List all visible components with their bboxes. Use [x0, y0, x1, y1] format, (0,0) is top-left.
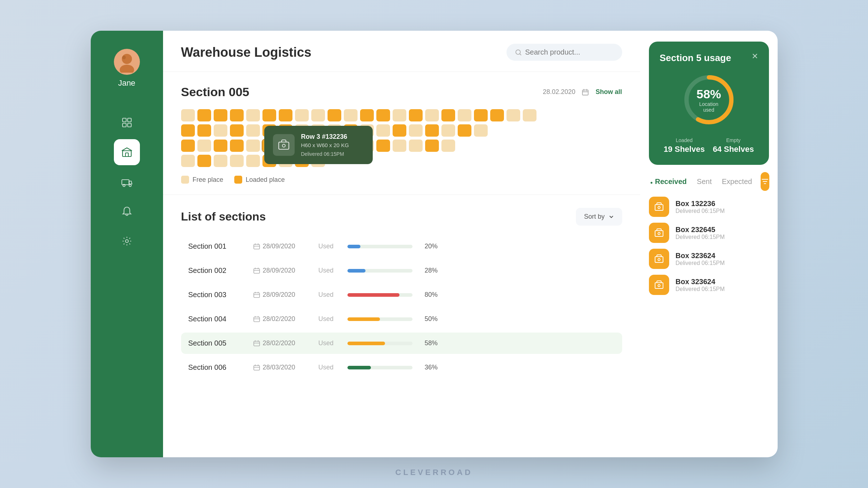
shelf-cell[interactable] [425, 109, 439, 121]
table-row[interactable]: Section 001 28/09/2020 Used 20% [181, 236, 622, 257]
shelf-cell[interactable] [311, 109, 325, 121]
sidebar-item-dashboard[interactable] [114, 110, 140, 136]
shelf-cell[interactable] [214, 109, 227, 121]
shelf-cell[interactable] [425, 124, 439, 137]
shelf-cell[interactable] [474, 124, 488, 137]
sort-button[interactable]: Sort by [576, 208, 622, 226]
section-map-area: Section 005 28.02.2020 Show all [163, 72, 640, 195]
sidebar-item-settings[interactable] [114, 228, 140, 254]
shelf-cell[interactable] [441, 124, 455, 137]
shelf-cell[interactable] [230, 140, 244, 152]
filter-button[interactable] [761, 172, 769, 191]
show-all-link[interactable]: Show all [595, 88, 622, 96]
shelf-cell[interactable] [197, 124, 211, 137]
close-button[interactable]: ✕ [752, 52, 758, 60]
shelf-row-2 [181, 124, 622, 137]
shelf-cell[interactable] [181, 124, 195, 137]
shelf-cell[interactable] [506, 109, 520, 121]
shelf-cell[interactable] [328, 109, 341, 121]
donut-area: 58% Location used [660, 71, 758, 129]
shelf-cell[interactable] [214, 155, 227, 167]
box-info: Box 232645 Delivered 06:15PM [676, 226, 725, 240]
svg-point-28 [658, 232, 660, 235]
box-time: Delivered 06:15PM [676, 234, 725, 240]
shelf-cell[interactable] [458, 124, 471, 137]
shelf-cell[interactable] [181, 109, 195, 121]
donut-percentage: 58% [694, 87, 723, 101]
shelf-cell[interactable] [344, 109, 358, 121]
shelf-cell[interactable] [262, 109, 276, 121]
sidebar-item-delivery[interactable] [114, 169, 140, 195]
legend: Free place Loaded place [181, 176, 622, 184]
shelf-cell[interactable] [246, 155, 260, 167]
shelf-cell[interactable] [393, 109, 406, 121]
shelf-cell[interactable] [197, 109, 211, 121]
box-info: Box 132236 Delivered 06:15PM [676, 200, 725, 214]
shelf-cell[interactable] [197, 155, 211, 167]
shelf-cell[interactable] [376, 124, 390, 137]
shelf-cell[interactable] [458, 109, 471, 121]
shelf-cell[interactable] [214, 140, 227, 152]
sections-list: Section 001 28/09/2020 Used 20% Section … [181, 236, 622, 378]
shelf-row-4 [181, 155, 622, 167]
svg-rect-21 [254, 341, 260, 346]
sidebar: Jane [91, 31, 163, 457]
shelf-cell[interactable] [279, 109, 292, 121]
list-item[interactable]: Box 323624 Delivered 06:15PM [649, 249, 769, 269]
sidebar-item-notifications[interactable] [114, 198, 140, 224]
shelf-cell[interactable] [230, 155, 244, 167]
svg-rect-5 [123, 123, 126, 127]
section-row-name: Section 003 [188, 291, 246, 299]
tooltip-text: Row 3 #132236 H60 x W60 x 20 KG Delivere… [301, 133, 349, 157]
shelf-cell[interactable] [441, 109, 455, 121]
main-content: Warehouse Logistics Section 005 28.02.20… [163, 31, 640, 457]
shelf-cell[interactable] [409, 124, 423, 137]
shelf-cell[interactable] [490, 109, 504, 121]
progress-pct: 28% [420, 267, 438, 274]
shelf-grid: Row 3 #132236 H60 x W60 x 20 KG Delivere… [181, 109, 622, 167]
shelf-cell[interactable] [441, 140, 455, 152]
shelf-cell[interactable] [230, 109, 244, 121]
shelf-cell[interactable] [425, 140, 439, 152]
shelf-cell[interactable] [360, 109, 374, 121]
shelf-cell[interactable] [523, 109, 536, 121]
box-time: Delivered 06:15PM [676, 260, 725, 266]
shelf-cell[interactable] [246, 109, 260, 121]
tooltip-dimensions: H60 x W60 x 20 KG [301, 142, 349, 148]
table-row[interactable]: Section 004 28/02/2020 Used 50% [181, 308, 622, 330]
shelf-cell[interactable] [409, 140, 423, 152]
shelf-cell[interactable] [393, 140, 406, 152]
shelf-cell[interactable] [376, 109, 390, 121]
sidebar-item-warehouse[interactable] [114, 139, 140, 165]
shelf-cell[interactable] [376, 140, 390, 152]
tab-expected[interactable]: Expected [721, 175, 753, 189]
shelf-cell[interactable] [214, 124, 227, 137]
shelf-cell[interactable] [246, 124, 260, 137]
list-item[interactable]: Box 132236 Delivered 06:15PM [649, 197, 769, 217]
section-row-date: 28/09/2020 [253, 267, 311, 274]
shelf-cell[interactable] [181, 140, 195, 152]
shelf-cell[interactable] [230, 124, 244, 137]
shelf-cell[interactable] [295, 109, 309, 121]
shelf-cell[interactable] [474, 109, 488, 121]
username: Jane [118, 78, 136, 88]
svg-point-30 [658, 258, 660, 261]
shelf-cell[interactable] [393, 124, 406, 137]
tab-sent[interactable]: Sent [696, 175, 713, 189]
shelf-cell[interactable] [246, 140, 260, 152]
box-icon [649, 249, 669, 269]
list-item[interactable]: Box 232645 Delivered 06:15PM [649, 223, 769, 243]
shelf-cell[interactable] [181, 155, 195, 167]
search-box[interactable] [506, 44, 622, 61]
tab-received[interactable]: Received [649, 175, 688, 189]
table-row[interactable]: Section 002 28/09/2020 Used 28% [181, 260, 622, 281]
list-item[interactable]: Box 323624 Delivered 06:15PM [649, 275, 769, 295]
search-input[interactable] [525, 48, 613, 56]
shelf-cell[interactable] [409, 109, 423, 121]
shelf-cell[interactable] [197, 140, 211, 152]
section-header: Section 005 28.02.2020 Show all [181, 85, 622, 99]
table-row[interactable]: Section 003 28/09/2020 Used 80% [181, 284, 622, 305]
box-icon [649, 197, 669, 217]
table-row[interactable]: Section 006 28/03/2020 Used 36% [181, 357, 622, 378]
table-row[interactable]: Section 005 28/02/2020 Used 58% [181, 333, 622, 354]
